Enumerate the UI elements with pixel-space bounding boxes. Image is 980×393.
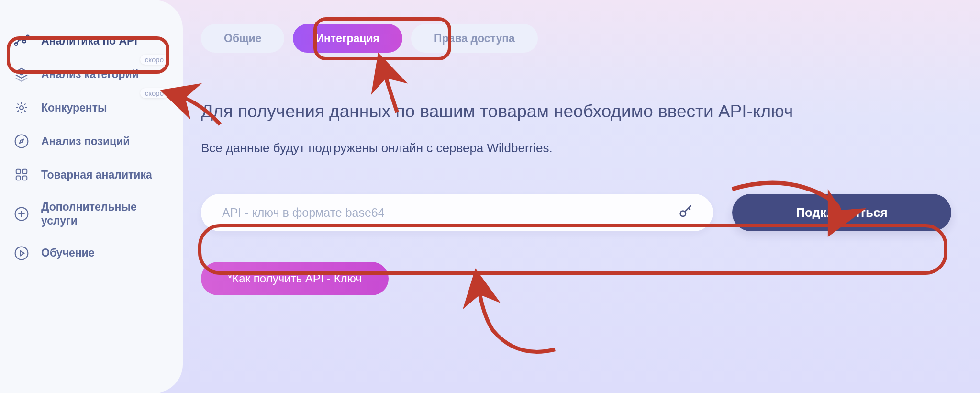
main-content: Общие Интеграция Права доступа Для получ… (183, 0, 980, 393)
sidebar-item-categories[interactable]: Анализ категорий скоро (0, 57, 183, 91)
grid-icon (13, 167, 30, 183)
key-icon (678, 203, 694, 222)
api-form-row: Подключиться (201, 194, 951, 231)
compass-icon (13, 133, 30, 149)
sidebar-item-positions[interactable]: Анализ позиций (0, 124, 183, 158)
sidebar-item-product-analytics[interactable]: Товарная аналитика (0, 158, 183, 191)
sidebar-item-analytics-api[interactable]: Аналитика по API (0, 24, 183, 57)
tab-label: Права доступа (434, 32, 515, 45)
tab-label: Интеграция (316, 32, 379, 45)
tabs: Общие Интеграция Права доступа (201, 24, 951, 53)
soon-badge: скоро (140, 55, 168, 65)
sidebar-item-label: Товарная аналитика (41, 168, 152, 181)
svg-rect-8 (16, 176, 21, 180)
button-label: *Как получить API - Ключ (228, 272, 362, 285)
analytics-icon (13, 33, 30, 49)
svg-point-5 (15, 135, 28, 148)
soon-badge: скоро (140, 88, 168, 98)
svg-rect-6 (16, 169, 21, 174)
connect-button[interactable]: Подключиться (732, 194, 951, 231)
play-circle-icon (13, 245, 30, 261)
sidebar-item-label: Дополнительные услуги (41, 200, 173, 228)
sidebar: Аналитика по API Анализ категорий скоро … (0, 0, 183, 393)
tab-general[interactable]: Общие (201, 24, 284, 53)
tab-access[interactable]: Права доступа (411, 24, 538, 53)
page-heading: Для получения данных по вашим товарам не… (201, 101, 951, 122)
svg-point-0 (15, 43, 18, 45)
star-icon (13, 100, 30, 116)
button-label: Подключиться (796, 205, 887, 220)
sidebar-item-label: Обучение (41, 247, 95, 259)
api-key-input[interactable] (201, 194, 713, 231)
svg-point-1 (19, 37, 22, 40)
sidebar-item-label: Анализ позиций (41, 135, 130, 148)
sidebar-item-label: Конкуренты (41, 101, 107, 114)
svg-point-4 (20, 106, 23, 110)
layers-icon (13, 66, 30, 82)
sidebar-item-learning[interactable]: Обучение (0, 236, 183, 270)
sidebar-item-label: Аналитика по API (41, 34, 137, 47)
sidebar-item-extra-services[interactable]: Дополнительные услуги (0, 191, 183, 236)
tab-integration[interactable]: Интеграция (293, 24, 402, 53)
page-subheading: Все данные будут подгружены онлайн с сер… (201, 141, 951, 156)
svg-point-11 (15, 247, 28, 259)
how-to-get-key-button[interactable]: *Как получить API - Ключ (201, 262, 389, 295)
plus-circle-icon (13, 206, 30, 222)
tab-label: Общие (224, 32, 261, 45)
svg-point-12 (680, 211, 686, 216)
svg-rect-9 (23, 176, 27, 180)
svg-rect-7 (23, 169, 27, 174)
sidebar-item-competitors[interactable]: Конкуренты скоро (0, 91, 183, 124)
svg-point-3 (26, 35, 29, 38)
sidebar-item-label: Анализ категорий (41, 68, 139, 81)
